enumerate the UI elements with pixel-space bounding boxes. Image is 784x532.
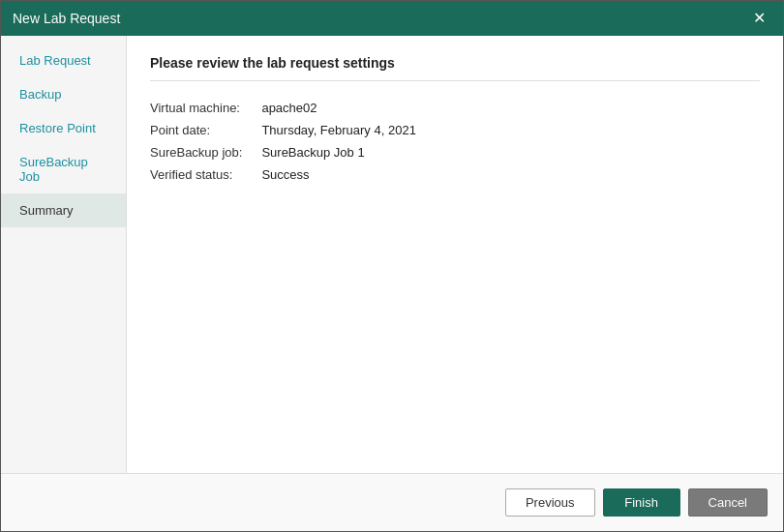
info-row-3: Verified status:Success: [150, 163, 416, 186]
info-label-2: SureBackup job:: [150, 141, 261, 163]
dialog-body: Lab RequestBackupRestore PointSureBackup…: [1, 36, 783, 473]
sidebar-item-backup[interactable]: Backup: [1, 77, 126, 111]
sidebar-item-surebackup-job[interactable]: SureBackup Job: [1, 145, 126, 193]
footer: Previous Finish Cancel: [1, 473, 783, 531]
info-label-0: Virtual machine:: [150, 97, 261, 119]
cancel-button[interactable]: Cancel: [688, 488, 768, 517]
info-value-0: apache02: [261, 97, 415, 119]
info-row-0: Virtual machine:apache02: [150, 97, 416, 119]
new-lab-request-dialog: New Lab Request ✕ Lab RequestBackupResto…: [0, 0, 784, 532]
info-label-1: Point date:: [150, 119, 261, 141]
sidebar: Lab RequestBackupRestore PointSureBackup…: [1, 36, 127, 473]
info-value-1: Thursday, February 4, 2021: [261, 119, 415, 141]
main-content: Please review the lab request settings V…: [127, 36, 783, 473]
section-title: Please review the lab request settings: [150, 55, 760, 81]
titlebar: New Lab Request ✕: [1, 1, 783, 36]
close-button[interactable]: ✕: [747, 9, 771, 28]
info-table: Virtual machine:apache02Point date:Thurs…: [150, 97, 416, 186]
sidebar-item-lab-request[interactable]: Lab Request: [1, 44, 126, 77]
finish-button[interactable]: Finish: [603, 488, 680, 517]
sidebar-item-restore-point[interactable]: Restore Point: [1, 111, 126, 145]
previous-button[interactable]: Previous: [505, 488, 595, 517]
info-value-3: Success: [261, 163, 415, 186]
sidebar-item-summary[interactable]: Summary: [1, 193, 126, 227]
dialog-title: New Lab Request: [13, 11, 120, 26]
info-value-2: SureBackup Job 1: [261, 141, 415, 163]
info-row-2: SureBackup job:SureBackup Job 1: [150, 141, 416, 163]
info-label-3: Verified status:: [150, 163, 261, 186]
info-row-1: Point date:Thursday, February 4, 2021: [150, 119, 416, 141]
